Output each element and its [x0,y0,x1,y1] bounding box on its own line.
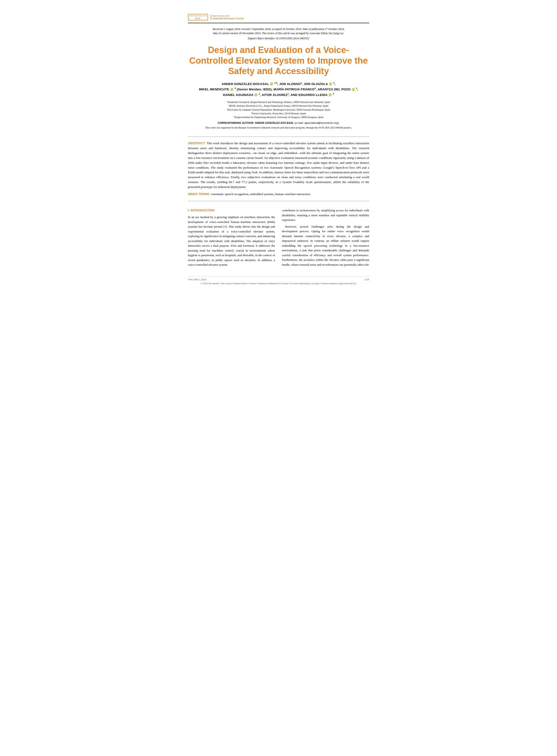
senior-member-note: (Senior Member, IEEE), [237,88,272,91]
author-del-pozo: ARANTZA DEL POZO [318,88,351,91]
affil-2: ²IKOR, Sistemas Electrónicos S.L., Parqu… [188,104,369,108]
author-franco: MARÍA PATRICIA FRANCO [273,88,315,91]
sup-3b: 3 [234,87,236,89]
author-aguinaga: DANIEL AGUINAGA [223,93,254,96]
authors-block: ANDER GONZÁLEZ-DOCASAL ID 1,5, JON ALONS… [188,81,369,98]
sup-2b: 2 [259,93,260,95]
author-alonso: JON ALONSO [279,82,301,86]
open-access-text: IEEE Open Journal of the [189,15,206,17]
col-left: I. INTRODUCTION In an era marked by a gr… [188,208,275,269]
affil-3: ³Electronics & Computer Science Departme… [188,108,369,112]
corresponding-email: (e-mail: agonzalezd@vicomtech.org). [295,122,340,124]
received-dates: Received 1 August 2024; revised 3 Septem… [188,27,369,35]
page-footer: VOLUME 5, 2024 1239 [188,276,369,281]
author-olaizola: JON OLAIZOLA [304,82,328,86]
abstract-text: This work introduces the design and asse… [188,141,369,189]
sup-5: 5 [333,93,334,95]
sup-1: 1,5 [274,82,277,84]
corresponding-label: CORRESPONDING AUTHOR: ANDER GONZÁLEZ-DOC… [217,122,294,124]
affil-1: ¹Fundación Vicomtech, Basque Research an… [188,100,369,104]
divider-bottom [188,201,369,201]
intro-col2-text: contributes to inclusiveness by simplify… [282,208,369,267]
cc-license: © 2024 The Authors. This work is license… [188,282,369,285]
ieee-text: ieee [196,17,201,20]
received-line1: Received 1 August 2024; revised 3 Septem… [213,27,344,31]
author-gonzalez: ANDER GONZÁLEZ-DOCASAL [222,82,269,86]
article-title: Design and Evaluation of a Voice-Control… [188,45,369,77]
corresponding-author: CORRESPONDING AUTHOR: ANDER GONZÁLEZ-DOC… [188,122,369,124]
page: IEEE Open Journal of the ieee Open Journ… [174,5,383,294]
intro-col1-p1: In an era marked by a growing emphasis o… [188,215,275,267]
journal-header: IEEE Open Journal of the ieee Open Journ… [188,14,369,23]
index-terms-label: INDEX TERMS [188,192,209,196]
sup-4: 4 [315,87,316,89]
orcid-icon-1: ID [270,83,273,86]
affiliations-block: ¹Fundación Vicomtech, Basque Research an… [188,100,369,119]
ieee-logo: IEEE Open Journal of the ieee [188,14,208,21]
author-mendicute: MIKEL MENDICUTE [199,88,229,91]
open-journal-label: Open Journal of the [213,14,244,17]
divider-top [188,136,369,137]
orcid-icon-6: ID [329,93,331,96]
abstract-label: ABSTRACT [188,141,205,145]
doi-text: Digital Object Identifier 10.1109/OJIES.… [248,37,309,40]
index-terms-section: INDEX TERMSAutomatic speech recognition,… [188,192,369,197]
doi-line: Digital Object Identifier 10.1109/OJIES.… [188,37,369,40]
intro-col2-p1: contributes to inclusiveness by simplify… [282,208,369,222]
orcid-icon-4: ID [352,88,355,91]
logo-area: IEEE Open Journal of the ieee Open Journ… [188,14,244,21]
journal-title-header: Open Journal of the Industrial Electroni… [211,14,244,20]
intro-col1-text: In an era marked by a growing emphasis o… [188,215,275,267]
sup-1c: 1 [288,93,289,95]
orcid-icon-5: ID [255,93,258,96]
intro-heading: I. INTRODUCTION [188,208,275,213]
sup-1b: 1 [356,87,357,89]
sup-2: 2 [301,82,302,84]
volume-label: VOLUME 5, 2024 [188,278,206,281]
orcid-icon-3: ID [230,88,233,91]
abstract-section: ABSTRACTThis work introduces the design … [188,141,369,190]
affil-4: ⁴Orona Corporación, Orona Ideo, 20120 He… [188,112,369,116]
intro-col2-p2: However, several challenges arise during… [282,224,369,267]
author-lleida: AND EDUARDO LLEIDA [290,93,327,96]
journal-name-label: Industrial Electronics Society [213,17,244,20]
two-column-section: I. INTRODUCTION In an era marked by a gr… [188,208,369,269]
funding-statement: This work was supported by the Basque Go… [188,126,369,130]
author-alvarez: AITOR ÁLVAREZ [262,93,288,96]
col-right: contributes to inclusiveness by simplify… [282,208,369,269]
page-number: 1239 [364,278,369,281]
received-line2: date of current version 20 November 2024… [213,32,344,35]
affil-5: ⁵Aragon Institute for Engineering Resear… [188,116,369,119]
sup-3: 3 [333,82,334,84]
orcid-icon-2: ID [329,83,332,86]
index-terms-text: Automatic speech recognition, embedded s… [211,192,311,196]
